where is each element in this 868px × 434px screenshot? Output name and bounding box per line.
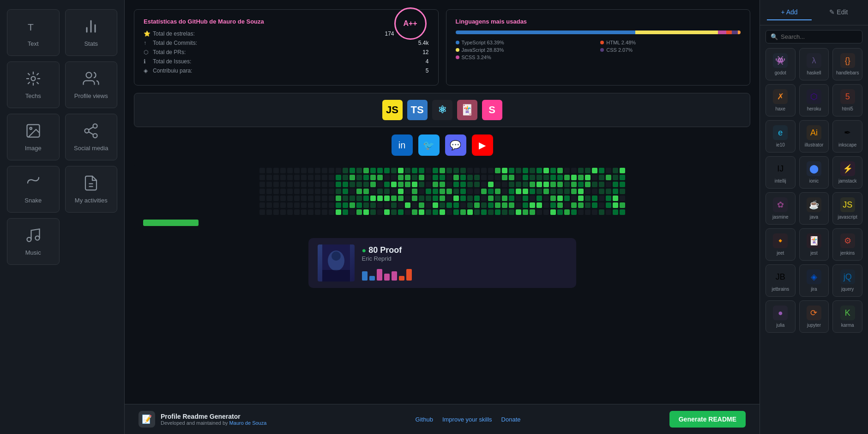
contribution-cell	[467, 202, 473, 208]
tech-list-item-ie10[interactable]: e ie10	[766, 120, 796, 153]
social-icon-youtube[interactable]: ▶	[472, 134, 493, 156]
tech-list-item-ionic[interactable]: ⬤ ionic	[799, 156, 829, 189]
sidebar-item-music[interactable]: Music	[7, 218, 60, 265]
tech-list-item-javascript[interactable]: JS javascript	[832, 192, 862, 225]
tech-list-item-haxe[interactable]: ✗ haxe	[766, 84, 796, 116]
stats-icon: ↑	[144, 40, 150, 46]
contribution-cell	[315, 175, 320, 180]
contribution-cell	[530, 182, 535, 187]
contribution-cell	[481, 182, 487, 187]
sidebar-item-profile-views[interactable]: Profile views	[65, 61, 118, 108]
contribution-cell	[516, 189, 521, 194]
svg-point-1	[31, 77, 35, 81]
tech-list-item-godot[interactable]: 👾 godot	[766, 48, 796, 80]
tech-list-item-heroku[interactable]: ⬡ heroku	[799, 84, 829, 116]
tech-list-item-jira[interactable]: ◈ jira	[799, 264, 829, 297]
tech-list-name-html5: html5	[842, 106, 853, 111]
tech-list-item-html5[interactable]: 5 html5	[832, 84, 862, 116]
contribution-cell	[460, 168, 466, 173]
tech-list-name-julia: julia	[776, 323, 784, 328]
language-bar-segment	[738, 31, 741, 34]
generate-readme-button[interactable]: Generate README	[669, 411, 746, 428]
contribution-cell	[536, 168, 542, 173]
tab-add[interactable]: + Add	[767, 5, 812, 20]
tech-list-item-karma[interactable]: K karma	[832, 300, 862, 333]
contribution-cell	[287, 182, 293, 187]
footer-author-link[interactable]: Mauro de Souza	[229, 420, 267, 426]
contribution-cell	[453, 209, 459, 215]
contribution-cell	[301, 209, 307, 215]
contribution-cell	[488, 182, 494, 187]
tech-list-row: ✗ haxe ⬡ heroku 5 html5	[766, 84, 862, 116]
contribution-cell	[592, 189, 597, 194]
contribution-cell	[440, 182, 445, 187]
languages-card: Linguagens mais usadas TypeScript 63.39%…	[446, 9, 751, 86]
contribution-cell	[488, 189, 494, 194]
social-icon-linkedin[interactable]: in	[392, 134, 413, 156]
contribution-cell	[350, 209, 355, 215]
tech-list-item-jamstack[interactable]: ⚡ jamstack	[832, 156, 862, 189]
contribution-cell	[467, 182, 473, 187]
contribution-cell	[433, 168, 438, 173]
contribution-cell	[453, 189, 459, 194]
contribution-cell	[453, 175, 459, 180]
sidebar-item-social-media[interactable]: Social media	[65, 114, 118, 160]
tab-edit[interactable]: ✎ Edit	[816, 5, 861, 20]
sidebar-item-text[interactable]: T Text	[7, 9, 60, 56]
tech-list-item-intellij[interactable]: IJ intellij	[766, 156, 796, 189]
tech-list-icon-java: ☕	[807, 197, 821, 212]
contribution-cell	[287, 189, 293, 194]
tech-list-row: 🔸 jeet 🃏 jest ⚙ jenkins	[766, 228, 862, 261]
tech-list-item-jasmine[interactable]: ✿ jasmine	[766, 192, 796, 225]
footer-brand: 📝 Profile Readme Generator Developed and…	[139, 411, 266, 428]
contribution-cell	[481, 175, 487, 180]
contribution-cell	[384, 175, 390, 180]
social-icon-discord[interactable]: 💬	[445, 134, 466, 156]
sidebar-item-techs[interactable]: Techs	[7, 61, 60, 108]
contribution-cell	[336, 202, 341, 208]
contribution-cell	[287, 168, 293, 173]
contribution-cell	[329, 189, 334, 194]
contribution-cell	[308, 202, 313, 208]
tech-list-item-jenkins[interactable]: ⚙ jenkins	[832, 228, 862, 261]
footer-link-improve-your-skills[interactable]: Improve your skills	[442, 416, 492, 423]
sidebar-item-my-activities[interactable]: My activities	[65, 166, 118, 213]
contribution-cell	[336, 209, 341, 215]
contribution-cell	[294, 182, 300, 187]
sidebar-item-stats[interactable]: Stats	[65, 9, 118, 56]
sidebar-item-image[interactable]: Image	[7, 114, 60, 160]
tech-list-item-java[interactable]: ☕ java	[799, 192, 829, 225]
tech-list-item-jeet[interactable]: 🔸 jeet	[766, 228, 796, 261]
stats-row-item: ℹTotal de Issues:4	[144, 58, 429, 65]
tech-list-item-jest[interactable]: 🃏 jest	[799, 228, 829, 261]
contribution-cell	[523, 209, 528, 215]
tech-list-item-handlebars[interactable]: {} handlebars	[832, 48, 862, 80]
contribution-cell	[412, 168, 417, 173]
tech-list-item-jupyter[interactable]: ⟳ jupyter	[799, 300, 829, 333]
language-bar-segment	[732, 31, 737, 34]
contribution-cell	[440, 175, 445, 180]
contribution-cell	[405, 168, 410, 173]
tech-list-item-jetbrains[interactable]: JB jetbrains	[766, 264, 796, 297]
tech-list-item-inkscape[interactable]: ✒ inkscape	[832, 120, 862, 153]
contribution-grid	[139, 168, 746, 215]
spotify-bar	[399, 276, 404, 281]
contribution-cell	[259, 189, 265, 194]
tech-list-item-illustrator[interactable]: Ai illustrator	[799, 120, 829, 153]
tech-list-item-julia[interactable]: ● julia	[766, 300, 796, 333]
social-icon-twitter[interactable]: 🐦	[418, 134, 440, 156]
contribution-cell	[259, 175, 265, 180]
search-input[interactable]	[781, 33, 858, 40]
tech-list-item-haskell[interactable]: λ haskell	[799, 48, 829, 80]
contribution-cell	[266, 202, 272, 208]
contribution-cell	[502, 202, 507, 208]
left-sidebar: T Text Stats Techs Profile views Image S…	[0, 0, 125, 434]
sidebar-item-snake[interactable]: Snake	[7, 166, 60, 213]
footer-link-github[interactable]: Github	[416, 416, 433, 423]
stats-icon: ⭐	[144, 31, 150, 37]
tech-list-item-jquery[interactable]: jQ jquery	[832, 264, 862, 297]
contribution-cell	[516, 175, 521, 180]
footer-link-donate[interactable]: Donate	[501, 416, 521, 423]
tech-list-icon-heroku: ⬡	[807, 89, 821, 104]
contribution-cell	[536, 182, 542, 187]
